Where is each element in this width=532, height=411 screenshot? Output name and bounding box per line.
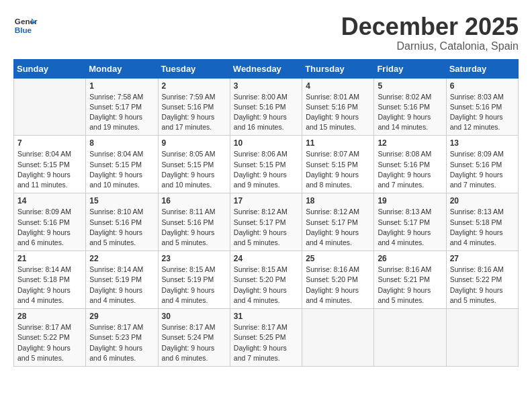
calendar-cell: 14Sunrise: 8:09 AMSunset: 5:16 PMDayligh…: [14, 193, 86, 251]
calendar-cell: [302, 309, 374, 367]
calendar-cell: 30Sunrise: 8:17 AMSunset: 5:24 PMDayligh…: [158, 309, 230, 367]
day-info: Sunrise: 8:09 AMSunset: 5:16 PMDaylight:…: [17, 207, 82, 248]
calendar-cell: 2Sunrise: 7:59 AMSunset: 5:16 PMDaylight…: [158, 78, 230, 136]
day-number: 26: [378, 254, 442, 263]
day-number: 29: [89, 312, 154, 321]
calendar-cell: 11Sunrise: 8:07 AMSunset: 5:15 PMDayligh…: [302, 136, 374, 193]
calendar-cell: 23Sunrise: 8:15 AMSunset: 5:19 PMDayligh…: [158, 251, 230, 309]
calendar-table: SundayMondayTuesdayWednesdayThursdayFrid…: [13, 59, 519, 367]
day-number: 17: [234, 196, 298, 205]
calendar-cell: 1Sunrise: 7:58 AMSunset: 5:17 PMDaylight…: [86, 78, 158, 136]
day-info: Sunrise: 8:15 AMSunset: 5:20 PMDaylight:…: [234, 265, 298, 306]
weekday-header: Monday: [86, 59, 158, 78]
day-info: Sunrise: 8:14 AMSunset: 5:19 PMDaylight:…: [89, 265, 154, 306]
day-info: Sunrise: 8:17 AMSunset: 5:25 PMDaylight:…: [234, 322, 298, 363]
day-number: 12: [378, 138, 442, 148]
calendar-cell: 17Sunrise: 8:12 AMSunset: 5:17 PMDayligh…: [230, 193, 302, 251]
day-number: 1: [89, 81, 154, 91]
calendar-cell: 28Sunrise: 8:17 AMSunset: 5:22 PMDayligh…: [14, 309, 86, 367]
day-info: Sunrise: 8:17 AMSunset: 5:23 PMDaylight:…: [89, 322, 154, 363]
day-info: Sunrise: 8:16 AMSunset: 5:21 PMDaylight:…: [378, 265, 442, 306]
day-info: Sunrise: 8:17 AMSunset: 5:22 PMDaylight:…: [17, 322, 82, 363]
day-info: Sunrise: 8:02 AMSunset: 5:16 PMDaylight:…: [378, 92, 442, 133]
calendar-cell: 21Sunrise: 8:14 AMSunset: 5:18 PMDayligh…: [14, 251, 86, 309]
day-number: 6: [450, 81, 515, 91]
day-info: Sunrise: 8:15 AMSunset: 5:19 PMDaylight:…: [162, 265, 226, 306]
weekday-header: Wednesday: [230, 59, 302, 78]
calendar-cell: 22Sunrise: 8:14 AMSunset: 5:19 PMDayligh…: [86, 251, 158, 309]
calendar-cell: 10Sunrise: 8:06 AMSunset: 5:15 PMDayligh…: [230, 136, 302, 193]
calendar-cell: 4Sunrise: 8:01 AMSunset: 5:16 PMDaylight…: [302, 78, 374, 136]
day-number: 22: [89, 254, 154, 263]
calendar-week-row: 21Sunrise: 8:14 AMSunset: 5:18 PMDayligh…: [14, 251, 519, 309]
day-info: Sunrise: 8:12 AMSunset: 5:17 PMDaylight:…: [234, 207, 298, 248]
weekday-header: Friday: [374, 59, 446, 78]
calendar-cell: 31Sunrise: 8:17 AMSunset: 5:25 PMDayligh…: [230, 309, 302, 367]
day-number: 31: [234, 312, 298, 321]
calendar-cell: 7Sunrise: 8:04 AMSunset: 5:15 PMDaylight…: [14, 136, 86, 193]
calendar-cell: 25Sunrise: 8:16 AMSunset: 5:20 PMDayligh…: [302, 251, 374, 309]
day-number: 5: [378, 81, 442, 91]
logo-icon: General Blue: [13, 13, 38, 38]
location: Darnius, Catalonia, Spain: [341, 40, 519, 52]
day-number: 19: [378, 196, 442, 205]
calendar-cell: 12Sunrise: 8:08 AMSunset: 5:16 PMDayligh…: [374, 136, 446, 193]
day-info: Sunrise: 8:13 AMSunset: 5:18 PMDaylight:…: [450, 207, 515, 248]
day-number: 27: [450, 254, 515, 263]
calendar-cell: 20Sunrise: 8:13 AMSunset: 5:18 PMDayligh…: [446, 193, 518, 251]
day-number: 11: [306, 138, 370, 148]
calendar-cell: 9Sunrise: 8:05 AMSunset: 5:15 PMDaylight…: [158, 136, 230, 193]
calendar-cell: 26Sunrise: 8:16 AMSunset: 5:21 PMDayligh…: [374, 251, 446, 309]
calendar-cell: 15Sunrise: 8:10 AMSunset: 5:16 PMDayligh…: [86, 193, 158, 251]
calendar-cell: [374, 309, 446, 367]
day-info: Sunrise: 8:14 AMSunset: 5:18 PMDaylight:…: [17, 265, 82, 306]
day-info: Sunrise: 8:16 AMSunset: 5:20 PMDaylight:…: [306, 265, 370, 306]
day-number: 28: [17, 312, 82, 321]
month-title: December 2025: [341, 13, 519, 40]
page-header: General Blue December 2025 Darnius, Cata…: [13, 13, 519, 52]
day-info: Sunrise: 7:59 AMSunset: 5:16 PMDaylight:…: [162, 92, 226, 133]
day-number: 4: [306, 81, 370, 91]
day-info: Sunrise: 8:09 AMSunset: 5:16 PMDaylight:…: [450, 149, 515, 190]
day-info: Sunrise: 8:04 AMSunset: 5:15 PMDaylight:…: [17, 149, 82, 190]
day-info: Sunrise: 8:11 AMSunset: 5:16 PMDaylight:…: [162, 207, 226, 248]
calendar-week-row: 14Sunrise: 8:09 AMSunset: 5:16 PMDayligh…: [14, 193, 519, 251]
calendar-cell: 13Sunrise: 8:09 AMSunset: 5:16 PMDayligh…: [446, 136, 518, 193]
calendar-cell: 29Sunrise: 8:17 AMSunset: 5:23 PMDayligh…: [86, 309, 158, 367]
day-info: Sunrise: 8:17 AMSunset: 5:24 PMDaylight:…: [162, 322, 226, 363]
day-number: 3: [234, 81, 298, 91]
day-number: 10: [234, 138, 298, 148]
day-info: Sunrise: 8:05 AMSunset: 5:15 PMDaylight:…: [162, 149, 226, 190]
day-info: Sunrise: 8:04 AMSunset: 5:15 PMDaylight:…: [89, 149, 154, 190]
calendar-cell: 19Sunrise: 8:13 AMSunset: 5:17 PMDayligh…: [374, 193, 446, 251]
calendar-cell: 3Sunrise: 8:00 AMSunset: 5:16 PMDaylight…: [230, 78, 302, 136]
calendar-cell: 8Sunrise: 8:04 AMSunset: 5:15 PMDaylight…: [86, 136, 158, 193]
weekday-header: Sunday: [14, 59, 86, 78]
day-info: Sunrise: 8:07 AMSunset: 5:15 PMDaylight:…: [306, 149, 370, 190]
day-number: 16: [162, 196, 226, 205]
day-number: 8: [89, 138, 154, 148]
day-info: Sunrise: 8:12 AMSunset: 5:17 PMDaylight:…: [306, 207, 370, 248]
day-info: Sunrise: 8:03 AMSunset: 5:16 PMDaylight:…: [450, 92, 515, 133]
day-info: Sunrise: 8:10 AMSunset: 5:16 PMDaylight:…: [89, 207, 154, 248]
calendar-cell: [446, 309, 518, 367]
svg-text:Blue: Blue: [15, 26, 32, 34]
day-info: Sunrise: 8:06 AMSunset: 5:15 PMDaylight:…: [234, 149, 298, 190]
weekday-header-row: SundayMondayTuesdayWednesdayThursdayFrid…: [14, 59, 519, 78]
day-number: 18: [306, 196, 370, 205]
day-number: 21: [17, 254, 82, 263]
calendar-cell: 27Sunrise: 8:16 AMSunset: 5:22 PMDayligh…: [446, 251, 518, 309]
calendar-cell: 18Sunrise: 8:12 AMSunset: 5:17 PMDayligh…: [302, 193, 374, 251]
calendar-week-row: 28Sunrise: 8:17 AMSunset: 5:22 PMDayligh…: [14, 309, 519, 367]
day-info: Sunrise: 7:58 AMSunset: 5:17 PMDaylight:…: [89, 92, 154, 133]
day-info: Sunrise: 8:00 AMSunset: 5:16 PMDaylight:…: [234, 92, 298, 133]
day-info: Sunrise: 8:01 AMSunset: 5:16 PMDaylight:…: [306, 92, 370, 133]
day-number: 25: [306, 254, 370, 263]
day-number: 30: [162, 312, 226, 321]
calendar-week-row: 1Sunrise: 7:58 AMSunset: 5:17 PMDaylight…: [14, 78, 519, 136]
calendar-cell: [14, 78, 86, 136]
day-number: 14: [17, 196, 82, 205]
calendar-cell: 5Sunrise: 8:02 AMSunset: 5:16 PMDaylight…: [374, 78, 446, 136]
calendar-cell: 24Sunrise: 8:15 AMSunset: 5:20 PMDayligh…: [230, 251, 302, 309]
title-area: December 2025 Darnius, Catalonia, Spain: [341, 13, 519, 52]
